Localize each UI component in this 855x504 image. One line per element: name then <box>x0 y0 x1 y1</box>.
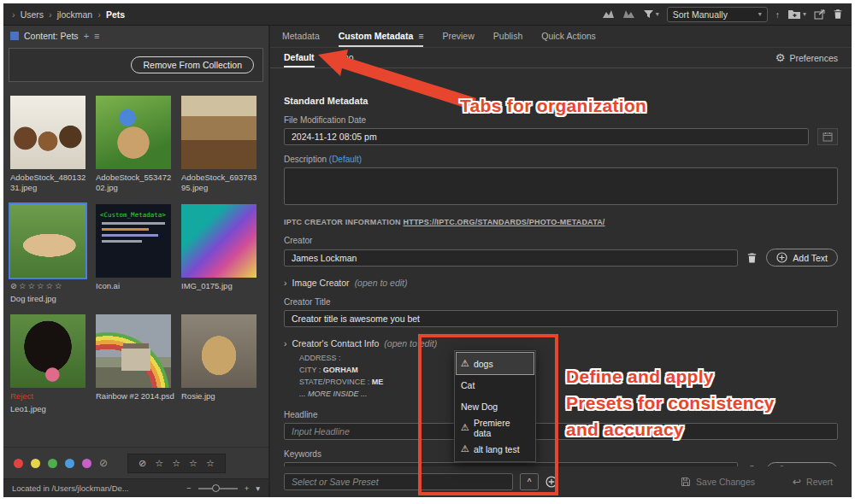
creator-title-input[interactable]: Creator title is awesome you bet <box>284 310 838 327</box>
thumbnail-icon-ai[interactable]: <Custom_Metadata> Icon.ai <box>96 204 174 304</box>
thumbnail-adobestock-55347202[interactable]: AdobeStock_55347202.jpg <box>96 96 174 194</box>
add-preset-button[interactable] <box>545 476 557 488</box>
star-filter-icon[interactable]: ☆ <box>189 458 198 469</box>
sort-direction-button[interactable]: ↑ <box>775 9 780 20</box>
tab-preview[interactable]: Preview <box>442 26 474 47</box>
chevron-down-icon: ▾ <box>656 10 659 18</box>
contact-line-city: CITY : GORHAM <box>299 365 838 377</box>
label-none-icon[interactable]: ⊘ <box>99 459 108 468</box>
preset-option-label: alt lang test <box>474 444 520 454</box>
file-modification-date-input[interactable]: 2024-11-12 08:05 pm <box>284 128 809 145</box>
thumbnail-leo1[interactable]: Reject Leo1.jpeg <box>10 314 89 414</box>
filter-funnel-icon[interactable]: ▾ <box>643 9 659 19</box>
add-panel-icon[interactable]: + <box>84 31 89 41</box>
preset-menu-toggle[interactable]: ^ <box>520 473 539 490</box>
preset-option-cat[interactable]: Cat <box>457 374 534 396</box>
thumbnail-filename: Leo1.jpeg <box>10 404 89 414</box>
preset-bar: Select or Save Preset ^ Save Changes ↩ R… <box>270 466 852 497</box>
remove-from-collection-button[interactable]: Remove From Collection <box>131 56 254 73</box>
contact-line-state: STATE/PROVINCE : ME <box>299 377 838 389</box>
star-filter-icon[interactable]: ☆ <box>172 458 180 469</box>
reject-label: Reject <box>10 391 89 401</box>
contact-key: ... MORE INSIDE ... <box>299 390 368 398</box>
label-blue[interactable] <box>65 459 74 468</box>
preset-option-new-dog[interactable]: New Dog <box>457 396 534 417</box>
status-bar: Located in /Users/jlockman/De... − + ▾ <box>3 478 268 497</box>
label-purple[interactable] <box>82 459 91 468</box>
code-line <box>102 228 149 231</box>
creator-label: Creator <box>284 236 838 245</box>
open-in-app-icon[interactable] <box>814 9 825 20</box>
preset-option-premiere-data[interactable]: ⚠ Premiere data <box>457 417 534 438</box>
rating-filter: ⊘ ☆ ☆ ☆ ☆ <box>127 454 226 473</box>
tab-metadata[interactable]: Metadata <box>282 26 320 47</box>
filter-rating-descending-icon[interactable] <box>622 9 635 19</box>
chevron-down-icon: ▾ <box>803 10 806 18</box>
back-chevron-icon[interactable]: › <box>12 9 15 20</box>
tab-custom-metadata[interactable]: Custom Metadata≡ <box>339 26 424 47</box>
chevron-down-icon[interactable]: ▾ <box>256 483 260 493</box>
thumbnail-dog-tired[interactable]: ⊘☆☆☆☆☆ Dog tired.jpg <box>10 204 89 304</box>
iptc-standards-link[interactable]: HTTPS://IPTC.ORG/STANDARDS/PHOTO-METADAT… <box>404 218 605 226</box>
thumbnail-img-0175[interactable]: IMG_0175.jpg <box>181 204 260 304</box>
no-rating-filter-icon[interactable]: ⊘ <box>139 458 146 469</box>
tab-quick-actions[interactable]: Quick Actions <box>541 26 596 47</box>
creator-title-label: Creator Title <box>284 297 838 307</box>
description-textarea[interactable] <box>284 167 838 205</box>
warning-icon: ⚠ <box>461 422 469 433</box>
thumbnail-adobestock-69378395[interactable]: AdobeStock_69378395.jpeg <box>181 96 260 194</box>
image-creator-toggle[interactable]: › Image Creator (open to edit) <box>284 278 838 288</box>
new-folder-button[interactable]: ▾ <box>787 9 806 20</box>
creator-input[interactable]: James Lockman <box>284 249 738 267</box>
preferences-button[interactable]: ⚙ Preferences <box>775 51 838 64</box>
trash-icon[interactable] <box>833 9 843 20</box>
slider-knob[interactable] <box>212 484 220 492</box>
open-to-edit-hint: (open to edit) <box>384 338 437 349</box>
breadcrumb-users[interactable]: Users <box>21 9 44 20</box>
tab-label: Custom Metadata <box>339 31 414 41</box>
zoom-in-button[interactable]: + <box>245 483 250 493</box>
revert-button[interactable]: ↩ Revert <box>793 476 833 488</box>
preset-select-input[interactable]: Select or Save Preset <box>284 473 513 490</box>
bridge-window: › Users › jlockman › Pets ▾ Sort Manuall… <box>0 0 855 504</box>
tab-label: Metadata <box>282 31 320 41</box>
creator-add-text-button[interactable]: Add Text <box>766 249 838 267</box>
breadcrumb-pets[interactable]: Pets <box>106 9 125 20</box>
thumbnail-size-slider[interactable] <box>198 488 238 489</box>
thumbnail-rosie[interactable]: Rosie.jpg <box>181 314 260 414</box>
location-text: Located in /Users/jlockman/De... <box>12 483 180 493</box>
tab-menu-icon[interactable]: ≡ <box>418 31 423 41</box>
contact-key: STATE/PROVINCE : <box>299 378 369 386</box>
description-label-text: Description <box>284 155 327 164</box>
tab-label: Preview <box>442 31 474 41</box>
filter-rating-ascending-icon[interactable] <box>602 9 615 19</box>
subtab-default[interactable]: Default <box>284 48 315 67</box>
headline-input[interactable]: Input Headline <box>284 423 838 440</box>
label-green[interactable] <box>48 459 57 468</box>
preset-option-alt-lang-test[interactable]: ⚠ alt lang test <box>457 438 534 460</box>
subtab-demo[interactable]: Demo <box>330 48 354 67</box>
preset-option-dogs[interactable]: ⚠ dogs <box>457 353 534 374</box>
tab-label: Publish <box>493 31 522 41</box>
label-red[interactable] <box>14 459 23 468</box>
contact-line-address: ADDRESS : <box>299 353 838 365</box>
sort-dropdown[interactable]: Sort Manually ▾ <box>667 7 768 22</box>
breadcrumb-jlockman[interactable]: jlockman <box>57 9 92 20</box>
iptc-header-text: IPTC CREATOR INFORMATION <box>284 218 401 226</box>
panel-menu-icon[interactable]: ≡ <box>94 31 99 41</box>
star-filter-icon[interactable]: ☆ <box>206 458 215 469</box>
tab-publish[interactable]: Publish <box>493 26 522 47</box>
star-filter-icon[interactable]: ☆ <box>155 458 163 469</box>
rating-row[interactable]: ⊘☆☆☆☆☆ <box>10 281 89 290</box>
contact-info-toggle[interactable]: › Creator's Contact Info (open to edit) <box>284 338 838 349</box>
save-changes-button[interactable]: Save Changes <box>681 477 755 487</box>
calendar-button[interactable] <box>817 128 838 145</box>
description-default-badge: (Default) <box>329 155 362 164</box>
creator-trash-icon[interactable] <box>746 252 758 264</box>
zoom-out-button[interactable]: − <box>186 483 192 493</box>
label-yellow[interactable] <box>31 459 40 468</box>
contact-info-label: Creator's Contact Info <box>292 338 380 349</box>
thumbnail-rainbow[interactable]: Rainbow #2 2014.psd <box>96 314 174 414</box>
thumbnail-adobestock-48013231[interactable]: AdobeStock_48013231.jpeg <box>10 96 89 194</box>
contact-key: ADDRESS : <box>299 354 341 362</box>
